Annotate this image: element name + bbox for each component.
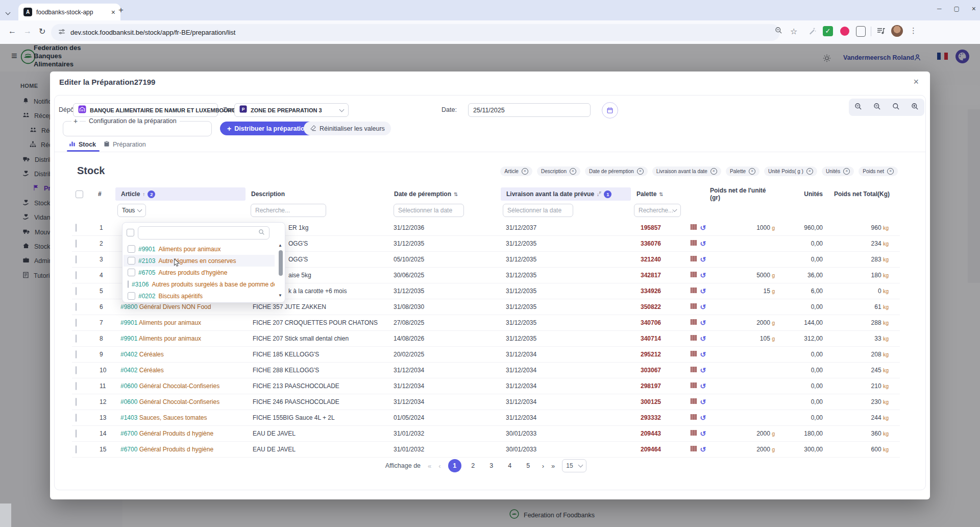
zone-select[interactable]: P ZONE DE PREPARATION 3 bbox=[234, 103, 349, 117]
history-icon[interactable]: ↺ bbox=[700, 351, 706, 357]
history-icon[interactable]: ↺ bbox=[700, 399, 706, 405]
zoom-indicator-icon[interactable] bbox=[775, 27, 782, 36]
reload-icon[interactable]: ↻ bbox=[39, 27, 45, 36]
row-checkbox[interactable] bbox=[76, 398, 77, 406]
remove-filter-icon[interactable]: × bbox=[806, 168, 813, 175]
url-text[interactable]: dev.stock.foodbanksit.be/stock/app/fr-BE… bbox=[70, 29, 235, 36]
barcode-icon[interactable] bbox=[691, 335, 697, 342]
table-row[interactable]: 8#9901 Aliments pour animauxFICHE 207 St… bbox=[72, 331, 900, 347]
address-bar[interactable]: dev.stock.foodbanksit.be/stock/app/fr-BE… bbox=[51, 24, 780, 41]
scrollbar-thumb[interactable] bbox=[279, 250, 283, 276]
new-tab-button[interactable]: + bbox=[118, 5, 124, 15]
palette-number[interactable]: 350822 bbox=[635, 303, 661, 310]
remove-filter-icon[interactable]: × bbox=[637, 168, 644, 175]
history-icon[interactable]: ↺ bbox=[700, 272, 706, 278]
sort-asc-icon[interactable]: ↑ bbox=[142, 191, 145, 197]
livraison-date-filter-input[interactable] bbox=[503, 204, 573, 217]
dropdown-search-input[interactable] bbox=[138, 226, 270, 239]
sort-both-icon[interactable]: ⇅ bbox=[659, 191, 663, 197]
first-page-button[interactable]: « bbox=[428, 462, 431, 470]
prev-page-button[interactable]: ‹ bbox=[438, 462, 440, 470]
table-row[interactable]: 14#6700 Général Produits d hygièneEAU DE… bbox=[72, 426, 900, 442]
browser-tab[interactable]: A foodbanks-stock-app × bbox=[18, 4, 120, 20]
filter-chip[interactable]: Unité Poids( g )× bbox=[764, 166, 817, 176]
next-page-button[interactable]: › bbox=[542, 462, 544, 470]
barcode-icon[interactable] bbox=[691, 240, 697, 247]
column-header-unit-weight[interactable]: Poids net de l'unité (gr) bbox=[710, 187, 776, 201]
back-icon[interactable]: ← bbox=[8, 27, 16, 36]
history-icon[interactable]: ↺ bbox=[700, 383, 706, 389]
palette-number[interactable]: 293332 bbox=[635, 414, 661, 421]
palette-number[interactable]: 334926 bbox=[635, 288, 661, 295]
remove-filter-icon[interactable]: × bbox=[522, 168, 528, 175]
table-row[interactable]: 7#9901 Aliments pour animauxFICHE 207 CR… bbox=[72, 315, 900, 331]
row-checkbox[interactable] bbox=[76, 271, 77, 279]
palette-number[interactable]: 298197 bbox=[635, 382, 661, 390]
zoom-out-icon[interactable] bbox=[854, 103, 862, 112]
palette-number[interactable]: 340706 bbox=[635, 319, 661, 326]
extension-wand-icon[interactable] bbox=[808, 27, 817, 36]
history-icon[interactable]: ↺ bbox=[700, 320, 706, 326]
row-checkbox[interactable] bbox=[76, 303, 77, 311]
table-row[interactable]: 13#1403 Sauces, Sauces tomatesFICHE 155B… bbox=[72, 410, 900, 426]
filter-chip[interactable]: Unités× bbox=[822, 166, 854, 176]
table-row[interactable]: 11#0600 Général Chocolat-ConfiseriesFICH… bbox=[72, 378, 900, 394]
barcode-icon[interactable] bbox=[691, 351, 697, 358]
history-icon[interactable]: ↺ bbox=[700, 225, 706, 231]
palette-number[interactable]: 336076 bbox=[635, 240, 661, 247]
modal-close-icon[interactable]: × bbox=[913, 77, 919, 87]
extension-clipboard-icon[interactable] bbox=[856, 26, 866, 37]
filter-chip[interactable]: Description× bbox=[537, 166, 580, 176]
dropdown-item[interactable]: #2103Autre légumes en conserves bbox=[124, 255, 275, 267]
browser-menu-icon[interactable]: ⋮ bbox=[910, 26, 917, 35]
page-button-2[interactable]: 2 bbox=[467, 459, 480, 472]
distribute-button[interactable]: + Distribuer la préparation bbox=[220, 122, 315, 135]
filter-chip[interactable]: Date de péremption× bbox=[585, 166, 648, 176]
filter-chip[interactable]: Livraison avant la date× bbox=[652, 166, 721, 176]
row-checkbox[interactable] bbox=[76, 287, 77, 295]
site-settings-icon[interactable] bbox=[58, 28, 65, 37]
barcode-icon[interactable] bbox=[691, 430, 697, 437]
page-button-5[interactable]: 5 bbox=[522, 459, 535, 472]
date-input[interactable]: 25/11/2025 bbox=[468, 103, 591, 117]
window-maximize-icon[interactable]: ▢ bbox=[953, 5, 959, 12]
barcode-icon[interactable] bbox=[691, 256, 697, 263]
page-button-1[interactable]: 1 bbox=[448, 459, 461, 472]
column-header-article[interactable]: Article ↑ 2 bbox=[115, 187, 246, 201]
browser-profile-avatar[interactable] bbox=[891, 25, 903, 37]
column-header-description[interactable]: Description bbox=[246, 187, 388, 201]
table-row[interactable]: 9#0402 CéréalesFICHE 185 KELLOGG'S20/02/… bbox=[72, 347, 900, 363]
barcode-icon[interactable] bbox=[691, 224, 697, 231]
window-close-icon[interactable]: × bbox=[972, 5, 976, 13]
extension-dot-icon[interactable] bbox=[840, 27, 849, 36]
row-checkbox[interactable] bbox=[76, 224, 77, 232]
filter-chip[interactable]: Poids net× bbox=[859, 166, 898, 176]
zoom-reset-icon[interactable] bbox=[873, 103, 881, 112]
page-button-3[interactable]: 3 bbox=[485, 459, 498, 472]
remove-filter-icon[interactable]: × bbox=[710, 168, 717, 175]
row-checkbox[interactable] bbox=[76, 255, 77, 264]
row-checkbox[interactable] bbox=[76, 414, 77, 422]
history-icon[interactable]: ↺ bbox=[700, 430, 706, 437]
tab-stock[interactable]: Stock bbox=[69, 140, 96, 149]
column-header-total[interactable]: Poids net Total(Kg) bbox=[830, 187, 900, 201]
palette-number[interactable]: 321240 bbox=[635, 256, 661, 263]
last-page-button[interactable]: » bbox=[551, 462, 555, 470]
filter-chip[interactable]: Palette× bbox=[726, 166, 760, 176]
dropdown-item[interactable]: #6705Autres produits d'hygiène bbox=[124, 267, 275, 278]
select-all-checkbox[interactable] bbox=[76, 190, 83, 198]
history-icon[interactable]: ↺ bbox=[700, 415, 706, 421]
history-icon[interactable]: ↺ bbox=[700, 336, 706, 342]
depot-select[interactable]: BANQUE ALIMENTAIRE DE NAMUR ET LUXEMBOUR… bbox=[73, 103, 218, 117]
palette-number[interactable]: 295212 bbox=[635, 351, 661, 358]
remove-filter-icon[interactable]: × bbox=[887, 168, 894, 175]
extension-check-icon[interactable]: ✓ bbox=[823, 26, 833, 36]
barcode-icon[interactable] bbox=[691, 367, 697, 374]
barcode-icon[interactable] bbox=[691, 414, 697, 421]
palette-number[interactable]: 342817 bbox=[635, 272, 661, 279]
row-checkbox[interactable] bbox=[76, 429, 77, 438]
playlist-icon[interactable] bbox=[877, 27, 885, 36]
barcode-icon[interactable] bbox=[691, 319, 697, 326]
remove-filter-icon[interactable]: × bbox=[749, 168, 755, 175]
dropdown-item-checkbox[interactable] bbox=[128, 257, 135, 265]
